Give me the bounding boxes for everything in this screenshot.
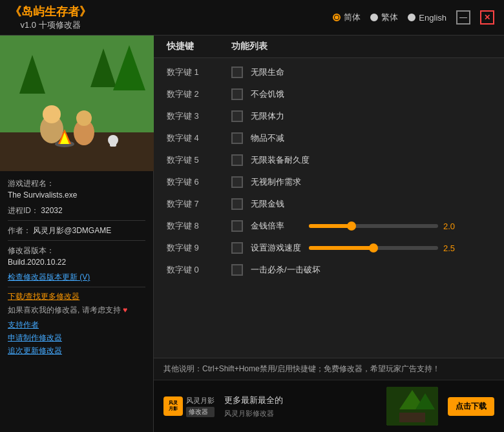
ad-thumbnail xyxy=(386,387,438,426)
author-value: 风灵月影@3DMGAME xyxy=(33,226,111,235)
title-right: 简体 繁体 English — ✕ xyxy=(333,10,494,25)
feature-label-6: 无限金钱 xyxy=(251,198,491,210)
download-link[interactable]: 下载/查找更多修改器 xyxy=(8,291,145,302)
bottom-ad: 风灵 月影 风灵月影 修改器 更多最新最全的 风灵月影修改器 xyxy=(154,380,504,432)
feature-row-0: 数字键 1无限生命 xyxy=(154,61,504,83)
feature-checkbox-4[interactable] xyxy=(231,154,243,166)
feature-checkbox-5[interactable] xyxy=(231,176,243,188)
version-label: 修改器版本： xyxy=(8,246,54,255)
left-panel: The Survivalists xyxy=(0,36,154,432)
process-id-row: 进程ID： 32032 xyxy=(8,205,145,216)
feature-label-4: 无限装备耐久度 xyxy=(251,154,491,166)
ad-logo-name: 风灵月影 xyxy=(186,396,215,406)
slider-8[interactable] xyxy=(309,246,438,250)
supporter-link[interactable]: 支持作者 xyxy=(8,320,145,331)
author-label: 作者： xyxy=(8,226,31,235)
game-art xyxy=(0,36,154,171)
feature-label-8: 设置游戏速度 xyxy=(251,242,309,254)
feature-row-9: 数字键 0一击必杀/一击破坏 xyxy=(154,259,504,281)
svg-point-8 xyxy=(76,110,92,126)
lang-english[interactable]: English xyxy=(408,13,446,23)
slider-wrapper-7: 2.0 xyxy=(309,221,491,231)
feature-checkbox-1[interactable] xyxy=(231,88,243,100)
close-button[interactable]: ✕ xyxy=(480,10,494,25)
shortcut-key-7: 数字键 8 xyxy=(167,220,231,232)
divider-1 xyxy=(8,220,145,221)
divider-2 xyxy=(8,240,145,241)
svg-text:风灵: 风灵 xyxy=(169,400,178,406)
feature-checkbox-2[interactable] xyxy=(231,110,243,122)
process-name-value: The Survivalists.exe xyxy=(8,190,77,200)
shortcut-col-header: 快捷键 xyxy=(167,41,231,52)
feature-checkbox-8[interactable] xyxy=(231,242,243,254)
radio-english xyxy=(408,14,415,21)
feature-header: 快捷键 功能列表 xyxy=(154,36,504,58)
feature-label-2: 无限体力 xyxy=(251,110,491,122)
bottom-note: 其他说明：Ctrl+Shift+Home禁用/启用快捷键；免费修改器，希望玩家广… xyxy=(154,358,504,380)
svg-rect-13 xyxy=(110,143,116,147)
feature-row-2: 数字键 3无限体力 xyxy=(154,105,504,127)
lang-traditional[interactable]: 繁体 xyxy=(370,12,398,23)
game-image: The Survivalists xyxy=(0,36,154,171)
shortcut-key-0: 数字键 1 xyxy=(167,67,231,78)
svg-rect-20 xyxy=(399,413,425,422)
lang-simplified[interactable]: 简体 xyxy=(333,12,361,23)
feature-row-3: 数字键 4物品不减 xyxy=(154,127,504,149)
ad-text-block: 更多最新最全的 风灵月影修改器 xyxy=(224,395,377,418)
app-subtitle: v1.0 十项修改器 xyxy=(20,19,80,31)
version-value: Build.2020.10.22 xyxy=(8,258,66,267)
minimize-button[interactable]: — xyxy=(456,10,470,25)
shortcut-key-1: 数字键 2 xyxy=(167,88,231,100)
author-row: 作者： 风灵月影@3DMGAME xyxy=(8,225,145,236)
ad-tag: 修改器 xyxy=(186,407,215,417)
process-name-row: 游戏进程名： The Survivalists.exe xyxy=(8,178,145,201)
radio-simplified xyxy=(333,14,341,21)
slider-7[interactable] xyxy=(309,224,438,228)
latest-link[interactable]: 追次更新修改器 xyxy=(8,345,145,356)
divider-3 xyxy=(8,287,145,287)
shortcut-key-9: 数字键 0 xyxy=(167,264,231,276)
shortcut-key-5: 数字键 6 xyxy=(167,176,231,188)
feature-checkbox-6[interactable] xyxy=(231,198,243,210)
app-title: 《岛屿生存者》 xyxy=(10,4,91,19)
ad-logo: 风灵 月影 风灵月影 修改器 xyxy=(163,396,215,417)
feature-label-5: 无视制作需求 xyxy=(251,176,491,188)
lang-simplified-label: 简体 xyxy=(344,12,361,23)
feature-checkbox-3[interactable] xyxy=(231,132,243,144)
feature-label-9: 一击必杀/一击破坏 xyxy=(251,264,491,276)
check-update-link[interactable]: 检查修改器版本更新 (V) xyxy=(8,272,145,283)
feature-row-6: 数字键 7无限金钱 xyxy=(154,193,504,215)
slider-wrapper-8: 2.5 xyxy=(309,243,491,253)
feature-row-1: 数字键 2不会饥饿 xyxy=(154,83,504,105)
process-name-label: 游戏进程名： xyxy=(8,179,54,188)
feature-checkbox-9[interactable] xyxy=(231,264,243,276)
bottom-section: 其他说明：Ctrl+Shift+Home禁用/启用快捷键；免费修改器，希望玩家广… xyxy=(154,358,504,432)
shortcut-key-2: 数字键 3 xyxy=(167,110,231,122)
feature-row-4: 数字键 5无限装备耐久度 xyxy=(154,149,504,171)
feature-checkbox-7[interactable] xyxy=(231,220,243,232)
request-link[interactable]: 申请制作修改器 xyxy=(8,333,145,344)
feature-label-0: 无限生命 xyxy=(251,67,491,78)
main-content: The Survivalists xyxy=(0,36,504,432)
info-section: 游戏进程名： The Survivalists.exe 进程ID： 32032 … xyxy=(0,171,153,432)
ad-download-button[interactable]: 点击下载 xyxy=(448,397,494,416)
support-text: 如果喜欢我的修改器, 请考虑支持 ♥ xyxy=(8,305,127,314)
feature-label-7: 金钱倍率 xyxy=(251,220,309,232)
support-row: 如果喜欢我的修改器, 请考虑支持 ♥ xyxy=(8,304,145,316)
ad-title: 更多最新最全的 xyxy=(224,395,377,406)
shortcut-key-4: 数字键 5 xyxy=(167,154,231,166)
shortcut-key-6: 数字键 7 xyxy=(167,198,231,210)
right-panel: 快捷键 功能列表 数字键 1无限生命数字键 2不会饥饿数字键 3无限体力数字键 … xyxy=(154,36,504,432)
shortcut-key-8: 数字键 9 xyxy=(167,242,231,254)
feature-row-5: 数字键 6无视制作需求 xyxy=(154,171,504,193)
ad-subtitle: 风灵月影修改器 xyxy=(224,409,377,418)
slider-value-8: 2.5 xyxy=(443,243,463,253)
shortcut-key-3: 数字键 4 xyxy=(167,132,231,144)
features-list: 数字键 1无限生命数字键 2不会饥饿数字键 3无限体力数字键 4物品不减数字键 … xyxy=(154,58,504,358)
feature-checkbox-0[interactable] xyxy=(231,67,243,78)
feature-label-1: 不会饥饿 xyxy=(251,88,491,100)
feature-col-header: 功能列表 xyxy=(231,41,491,52)
lang-traditional-label: 繁体 xyxy=(381,12,398,23)
svg-text:月影: 月影 xyxy=(169,406,178,411)
lang-english-label: English xyxy=(419,13,446,23)
